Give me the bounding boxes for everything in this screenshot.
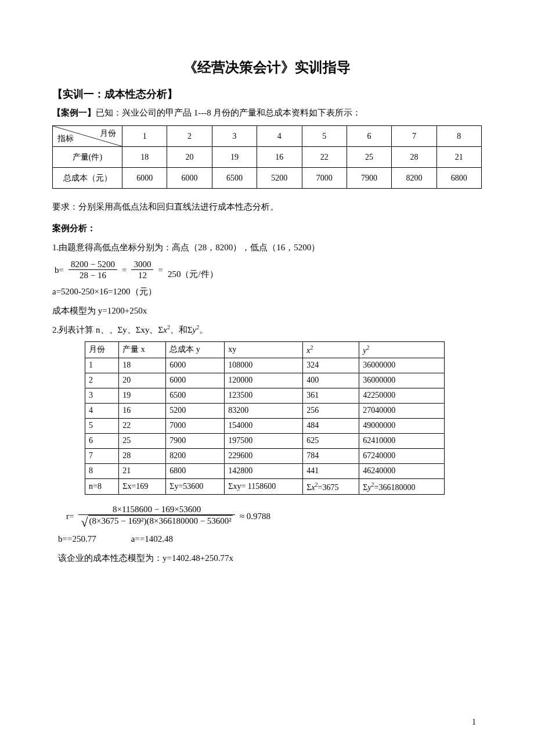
data-cell: 108000: [225, 358, 303, 373]
data-cell: 229600: [225, 448, 303, 463]
data-cell: 25: [347, 147, 391, 168]
denominator: 12: [136, 270, 149, 280]
table-row: 319650012350036142250000: [85, 388, 445, 403]
data-cell: 19: [212, 147, 257, 168]
eq-lead: b=: [52, 265, 66, 275]
step2-pre: 2.列表计算 n、、Σy、Σxy、Σ: [52, 325, 163, 334]
data-cell: 123500: [225, 388, 303, 403]
case-text: 已知：兴业公司的甲产品 1---8 月份的产量和总成本资料如下表所示：: [96, 108, 362, 117]
a-equation: a=5200-250×16=1200（元）: [52, 284, 482, 300]
data-table-1: 月份 指标 1 2 3 4 5 6 7 8 产量(件) 18 20 19 16 …: [52, 125, 482, 189]
data-cell: 46240000: [359, 463, 445, 478]
data-cell: 256: [303, 403, 359, 418]
eq-tail: 250（元/件）: [165, 269, 221, 280]
col-header: y2: [359, 342, 445, 358]
data-cell: 62410000: [359, 433, 445, 448]
total-cell: Σy2=366180000: [359, 478, 445, 495]
month-cell: 7: [392, 126, 436, 147]
month-cell: 4: [257, 126, 302, 147]
data-cell: 7900: [347, 168, 391, 189]
table-row: 728820022960078467240000: [85, 448, 445, 463]
data-cell: 18: [119, 358, 166, 373]
denominator: 28 − 16: [77, 270, 109, 280]
data-cell: 6000: [166, 358, 225, 373]
col-header: x2: [303, 342, 359, 358]
data-cell: 154000: [225, 418, 303, 433]
data-cell: 18: [122, 147, 167, 168]
data-cell: 6000: [166, 373, 225, 388]
requirement-text: 要求：分别采用高低点法和回归直线法进行成本性态分析。: [52, 199, 482, 215]
col-header: xy: [225, 342, 303, 358]
table-row: 41652008320025627040000: [85, 403, 445, 418]
b-equation: b= 8200 − 5200 28 − 16 = 3000 12 = 250（元…: [52, 259, 482, 280]
data-cell: 36000000: [359, 358, 445, 373]
equals: =: [120, 265, 129, 275]
case-intro: 【案例一】已知：兴业公司的甲产品 1---8 月份的产量和总成本资料如下表所示：: [52, 106, 482, 120]
numerator: 8200 − 5200: [68, 259, 117, 269]
data-cell: 441: [303, 463, 359, 478]
month-cell: 2: [167, 126, 212, 147]
data-cell: 6: [85, 433, 119, 448]
sqrt-body: (8×3675 − 169²)(8×366180000 − 53600²: [88, 515, 233, 528]
total-cell: n=8: [85, 478, 119, 495]
data-cell: 21: [436, 147, 481, 168]
fraction: 8200 − 5200 28 − 16: [68, 259, 117, 280]
row-label: 总成本（元）: [53, 168, 122, 189]
col-header: 总成本 y: [166, 342, 225, 358]
numerator: 8×1158600 − 169×53600: [110, 504, 203, 514]
total-cell: Σy=53600: [166, 478, 225, 495]
fraction: 3000 12: [131, 259, 153, 280]
data-cell: 7: [85, 448, 119, 463]
data-cell: 7000: [302, 168, 347, 189]
data-cell: 1: [85, 358, 119, 373]
data-cell: 324: [303, 358, 359, 373]
data-cell: 21: [119, 463, 166, 478]
case-label: 【案例一】: [52, 108, 96, 117]
data-table-2: 月份 产量 x 总成本 y xy x2 y2 11860001080003243…: [85, 341, 445, 495]
data-cell: 4: [85, 403, 119, 418]
r-equation: r= 8×1158600 − 169×53600 √ (8×3675 − 169…: [64, 504, 482, 528]
data-cell: 20: [119, 373, 166, 388]
data-cell: 6500: [166, 388, 225, 403]
data-cell: 484: [303, 418, 359, 433]
step1-text: 1.由题意得高低点坐标分别为：高点（28，8200），低点（16，5200）: [52, 240, 482, 255]
data-cell: 5: [85, 418, 119, 433]
table-row: 产量(件) 18 20 19 16 22 25 28 21: [53, 147, 482, 168]
equals: =: [156, 265, 165, 275]
data-cell: 6800: [166, 463, 225, 478]
data-cell: 16: [257, 147, 302, 168]
data-cell: 27040000: [359, 403, 445, 418]
table-row: 月份 产量 x 总成本 y xy x2 y2: [85, 342, 445, 358]
data-cell: 142800: [225, 463, 303, 478]
page-number: 1: [472, 718, 476, 727]
sup-2: 2: [310, 344, 313, 351]
data-cell: 361: [303, 388, 359, 403]
var-x: x: [163, 325, 167, 334]
numerator: 3000: [131, 259, 153, 269]
table-row: 625790019750062562410000: [85, 433, 445, 448]
eq-lead: r=: [64, 511, 76, 521]
table-row: 月份 指标 1 2 3 4 5 6 7 8: [53, 126, 482, 147]
data-cell: 6000: [167, 168, 212, 189]
month-cell: 5: [302, 126, 347, 147]
data-cell: 6000: [122, 168, 167, 189]
data-cell: 19: [119, 388, 166, 403]
col-header: 产量 x: [119, 342, 166, 358]
data-cell: 28: [392, 147, 436, 168]
data-cell: 22: [119, 418, 166, 433]
data-cell: 16: [119, 403, 166, 418]
data-cell: 49000000: [359, 418, 445, 433]
data-cell: 400: [303, 373, 359, 388]
data-cell: 6500: [212, 168, 257, 189]
total-cell: Σx2=3675: [303, 478, 359, 495]
page-title: 《经营决策会计》实训指导: [52, 58, 482, 77]
sqrt-expression: √ (8×3675 − 169²)(8×366180000 − 53600²: [81, 515, 232, 528]
month-cell: 1: [122, 126, 167, 147]
step2-text: 2.列表计算 n、、Σy、Σxy、Σx2、和Σy2。: [52, 322, 482, 338]
fraction: 8×1158600 − 169×53600 √ (8×3675 − 169²)(…: [78, 504, 234, 528]
step2-post: 。: [199, 325, 208, 334]
table-row: 118600010800032436000000: [85, 358, 445, 373]
data-cell: 5200: [257, 168, 302, 189]
month-cell: 8: [436, 126, 481, 147]
total-cell: Σx=169: [119, 478, 166, 495]
